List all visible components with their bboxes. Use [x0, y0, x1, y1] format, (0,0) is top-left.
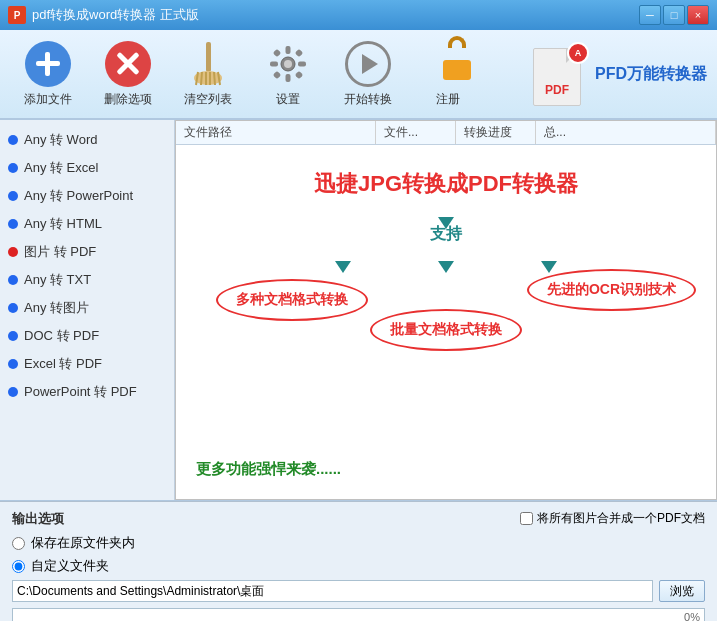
sidebar-label-6: Any 转图片 [24, 299, 89, 317]
sidebar-dot-1 [8, 163, 18, 173]
broom-icon [184, 40, 232, 87]
sidebar-dot-6 [8, 303, 18, 313]
sidebar-label-5: Any 转 TXT [24, 271, 91, 289]
close-button[interactable]: × [687, 5, 709, 25]
sidebar-item-1[interactable]: Any 转 Excel [0, 154, 174, 182]
svg-rect-14 [272, 48, 280, 56]
output-path-input[interactable] [12, 580, 653, 602]
sidebar-dot-9 [8, 387, 18, 397]
arrow-down-2 [335, 261, 351, 276]
col-total: 总... [536, 121, 716, 144]
save-in-source-radio[interactable] [12, 537, 25, 550]
svg-rect-16 [272, 70, 280, 78]
sidebar-dot-3 [8, 219, 18, 229]
sidebar-label-4: 图片 转 PDF [24, 243, 96, 261]
custom-folder-radio[interactable] [12, 560, 25, 573]
svg-rect-17 [294, 70, 302, 78]
output-options-area: 输出选项 保存在原文件夹内 自定义文件夹 浏览 0% 将所有图片合并成一个PDF… [0, 501, 717, 621]
browse-button[interactable]: 浏览 [659, 580, 705, 602]
sidebar-label-8: Excel 转 PDF [24, 355, 102, 373]
add-files-label: 添加文件 [24, 91, 72, 108]
svg-rect-0 [206, 42, 211, 72]
promo-support: 支持 [430, 224, 462, 245]
sidebar-item-3[interactable]: Any 转 HTML [0, 210, 174, 238]
delete-selected-button[interactable]: 删除选项 [90, 35, 165, 113]
sidebar-label-7: DOC 转 PDF [24, 327, 99, 345]
sidebar-dot-8 [8, 359, 18, 369]
settings-label: 设置 [276, 91, 300, 108]
clear-list-label: 清空列表 [184, 91, 232, 108]
col-path: 文件路径 [176, 121, 376, 144]
sidebar-dot-5 [8, 275, 18, 285]
promo-title: 迅捷JPG转换成PDF转换器 [314, 169, 578, 199]
progress-label: 0% [684, 609, 700, 621]
sidebar-label-2: Any 转 PowerPoint [24, 187, 133, 205]
start-convert-label: 开始转换 [344, 91, 392, 108]
start-convert-button[interactable]: 开始转换 [330, 35, 405, 113]
svg-line-6 [214, 72, 215, 85]
minimize-button[interactable]: ─ [639, 5, 661, 25]
sidebar-dot-7 [8, 331, 18, 341]
pdf-brand-icon: PDF A [533, 42, 589, 106]
sidebar-item-5[interactable]: Any 转 TXT [0, 266, 174, 294]
sidebar-item-9[interactable]: PowerPoint 转 PDF [0, 378, 174, 406]
table-header: 文件路径 文件... 转换进度 总... [176, 121, 716, 145]
svg-line-3 [201, 72, 202, 85]
promo-bubble-2: 先进的OCR识别技术 [527, 269, 696, 311]
combine-pdf-checkbox[interactable] [520, 512, 533, 525]
register-button[interactable]: 注册 [410, 35, 485, 113]
delete-icon [104, 40, 152, 87]
sidebar-item-6[interactable]: Any 转图片 [0, 294, 174, 322]
sidebar-item-2[interactable]: Any 转 PowerPoint [0, 182, 174, 210]
promo-bubble-3: 批量文档格式转换 [370, 309, 522, 351]
gear-icon [264, 40, 312, 87]
col-file: 文件... [376, 121, 456, 144]
svg-rect-15 [294, 48, 302, 56]
add-icon [24, 40, 72, 87]
custom-folder-radio-row: 自定义文件夹 [12, 557, 705, 575]
progress-bar: 0% [12, 608, 705, 621]
svg-rect-10 [285, 46, 290, 54]
lock-icon [424, 40, 472, 87]
combine-checkbox-area: 将所有图片合并成一个PDF文档 [520, 510, 705, 527]
sidebar-label-0: Any 转 Word [24, 131, 97, 149]
add-files-button[interactable]: 添加文件 [10, 35, 85, 113]
save-in-source-radio-row: 保存在原文件夹内 [12, 534, 705, 552]
main-area: Any 转 WordAny 转 ExcelAny 转 PowerPointAny… [0, 120, 717, 501]
svg-rect-11 [285, 74, 290, 82]
sidebar: Any 转 WordAny 转 ExcelAny 转 PowerPointAny… [0, 120, 175, 500]
combine-pdf-label[interactable]: 将所有图片合并成一个PDF文档 [537, 510, 705, 527]
sidebar-dot-4 [8, 247, 18, 257]
svg-line-2 [196, 72, 198, 85]
custom-folder-label[interactable]: 自定义文件夹 [31, 557, 109, 575]
window-controls: ─ □ × [639, 5, 709, 25]
maximize-button[interactable]: □ [663, 5, 685, 25]
sidebar-item-7[interactable]: DOC 转 PDF [0, 322, 174, 350]
content-panel: 文件路径 文件... 转换进度 总... 迅捷JPG转换成PDF转换器 支持 [175, 120, 717, 500]
title-bar: P pdf转换成word转换器 正式版 ─ □ × [0, 0, 717, 30]
sidebar-item-4[interactable]: 图片 转 PDF [0, 238, 174, 266]
window-title: pdf转换成word转换器 正式版 [32, 6, 639, 24]
toolbar: 添加文件 删除选项 清空列表 [0, 30, 717, 120]
arrow-down-3 [438, 261, 454, 276]
brand-name-label: PFD万能转换器 [595, 64, 707, 85]
promo-bottom: 更多功能强悍来袭...... [196, 460, 341, 479]
app-icon: P [8, 6, 26, 24]
svg-line-7 [218, 72, 220, 85]
sidebar-item-8[interactable]: Excel 转 PDF [0, 350, 174, 378]
svg-rect-12 [270, 61, 278, 66]
settings-button[interactable]: 设置 [250, 35, 325, 113]
svg-point-9 [284, 60, 292, 68]
sidebar-item-0[interactable]: Any 转 Word [0, 126, 174, 154]
clear-list-button[interactable]: 清空列表 [170, 35, 245, 113]
sidebar-label-1: Any 转 Excel [24, 159, 98, 177]
promo-area: 迅捷JPG转换成PDF转换器 支持 多种文档格式转换 批量文档格式转换 先进的O… [176, 149, 716, 499]
sidebar-label-3: Any 转 HTML [24, 215, 102, 233]
sidebar-dot-0 [8, 135, 18, 145]
svg-rect-13 [298, 61, 306, 66]
promo-bubble-1: 多种文档格式转换 [216, 279, 368, 321]
register-label: 注册 [436, 91, 460, 108]
sidebar-label-9: PowerPoint 转 PDF [24, 383, 137, 401]
play-icon [344, 40, 392, 87]
save-in-source-label[interactable]: 保存在原文件夹内 [31, 534, 135, 552]
